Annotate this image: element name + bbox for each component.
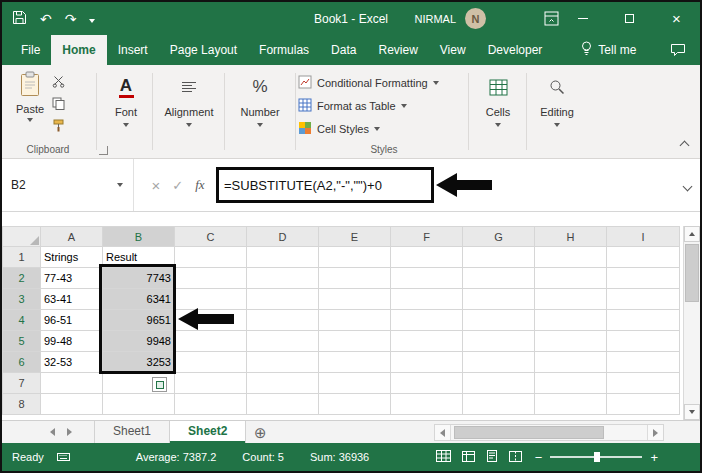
cell-E2[interactable]: [319, 268, 391, 289]
cell-E4[interactable]: [319, 310, 391, 331]
zoom-in-icon[interactable]: +: [650, 451, 658, 464]
name-box-dropdown-icon[interactable]: [117, 183, 123, 187]
row-header-3[interactable]: 3: [3, 289, 41, 310]
vertical-scroll-thumb[interactable]: [685, 244, 699, 302]
cell-A2[interactable]: 77-43: [41, 268, 103, 289]
cell-H2[interactable]: [535, 268, 607, 289]
cell-A3[interactable]: 63-41: [41, 289, 103, 310]
cell-I8[interactable]: [607, 394, 680, 415]
cell-D8[interactable]: [247, 394, 319, 415]
cell-H8[interactable]: [535, 394, 607, 415]
autofill-options-icon[interactable]: [152, 377, 167, 392]
ribbon-display-options-icon[interactable]: [544, 11, 559, 26]
save-icon[interactable]: [12, 10, 27, 28]
scroll-down-icon[interactable]: [684, 404, 700, 420]
status-average[interactable]: Average: 7387.2: [136, 451, 217, 463]
cell-styles-button[interactable]: Cell Styles: [298, 117, 470, 140]
formula-input[interactable]: =SUBSTITUTE(A2,"-","")+0: [219, 178, 382, 193]
cell-F6[interactable]: [391, 352, 463, 373]
cell-I6[interactable]: [607, 352, 680, 373]
cell-C8[interactable]: [175, 394, 247, 415]
cell-E7[interactable]: [319, 373, 391, 394]
cell-B3[interactable]: 6341: [103, 289, 175, 310]
cell-E5[interactable]: [319, 331, 391, 352]
cell-A7[interactable]: [41, 373, 103, 394]
column-header-D[interactable]: D: [247, 227, 319, 247]
row-header-5[interactable]: 5: [3, 331, 41, 352]
number-group-button[interactable]: % Number: [226, 73, 294, 151]
close-button[interactable]: ×: [653, 2, 700, 35]
format-painter-icon[interactable]: [52, 119, 65, 135]
cell-F2[interactable]: [391, 268, 463, 289]
cell-F5[interactable]: [391, 331, 463, 352]
expand-formula-bar-icon[interactable]: [684, 179, 691, 193]
cell-D1[interactable]: [247, 247, 319, 268]
scroll-up-icon[interactable]: [684, 226, 700, 242]
undo-icon[interactable]: ↶: [40, 12, 52, 26]
row-header-8[interactable]: 8: [3, 394, 41, 415]
name-box[interactable]: B2: [2, 159, 134, 211]
zoom-slider-thumb[interactable]: [594, 452, 600, 462]
cell-D2[interactable]: [247, 268, 319, 289]
column-header-F[interactable]: F: [391, 227, 463, 247]
alignment-group-button[interactable]: Alignment: [154, 73, 224, 151]
cell-E3[interactable]: [319, 289, 391, 310]
status-count[interactable]: Count: 5: [242, 451, 284, 463]
cell-C7[interactable]: [175, 373, 247, 394]
column-header-B[interactable]: B: [103, 227, 175, 247]
cell-D3[interactable]: [247, 289, 319, 310]
cell-E6[interactable]: [319, 352, 391, 373]
new-sheet-button[interactable]: ⊕: [254, 422, 267, 443]
cell-C1[interactable]: [175, 247, 247, 268]
row-header-1[interactable]: 1: [3, 247, 41, 268]
collapse-ribbon-icon[interactable]: [681, 138, 688, 152]
copy-icon[interactable]: [52, 97, 65, 113]
insert-function-icon[interactable]: fx: [195, 177, 204, 193]
user-name[interactable]: NIRMAL: [414, 13, 456, 25]
cell-H6[interactable]: [535, 352, 607, 373]
cell-A6[interactable]: 32-53: [41, 352, 103, 373]
cell-C5[interactable]: [175, 331, 247, 352]
cell-A1[interactable]: Strings: [41, 247, 103, 268]
cell-G5[interactable]: [463, 331, 535, 352]
sheet-tab-sheet1[interactable]: Sheet1: [94, 421, 170, 443]
cell-F3[interactable]: [391, 289, 463, 310]
cell-F4[interactable]: [391, 310, 463, 331]
cell-I5[interactable]: [607, 331, 680, 352]
cell-C6[interactable]: [175, 352, 247, 373]
font-group-button[interactable]: A Font: [100, 73, 152, 151]
cell-F8[interactable]: [391, 394, 463, 415]
comments-icon[interactable]: [670, 35, 686, 65]
cell-H5[interactable]: [535, 331, 607, 352]
tab-data[interactable]: Data: [320, 35, 367, 65]
column-header-G[interactable]: G: [463, 227, 535, 247]
cell-B2[interactable]: 7743: [103, 268, 175, 289]
next-sheet-icon[interactable]: [67, 428, 72, 436]
cut-icon[interactable]: [52, 75, 65, 91]
cell-D5[interactable]: [247, 331, 319, 352]
vertical-scrollbar[interactable]: [683, 226, 700, 420]
tab-developer[interactable]: Developer: [477, 35, 554, 65]
cell-I2[interactable]: [607, 268, 680, 289]
cell-H7[interactable]: [535, 373, 607, 394]
tab-review[interactable]: Review: [367, 35, 428, 65]
cell-G8[interactable]: [463, 394, 535, 415]
select-all-button[interactable]: [3, 227, 41, 247]
enter-icon[interactable]: ✓: [172, 178, 183, 193]
column-header-H[interactable]: H: [535, 227, 607, 247]
cell-F7[interactable]: [391, 373, 463, 394]
scroll-right-icon[interactable]: [647, 425, 663, 440]
cell-D6[interactable]: [247, 352, 319, 373]
cell-E8[interactable]: [319, 394, 391, 415]
cell-B6[interactable]: 3253: [103, 352, 175, 373]
conditional-formatting-button[interactable]: Conditional Formatting: [298, 71, 470, 94]
cell-G1[interactable]: [463, 247, 535, 268]
redo-icon[interactable]: ↷: [65, 12, 77, 26]
column-header-C[interactable]: C: [175, 227, 247, 247]
cell-B1[interactable]: Result: [103, 247, 175, 268]
tab-insert[interactable]: Insert: [107, 35, 159, 65]
tab-page-layout[interactable]: Page Layout: [159, 35, 248, 65]
tell-me-box[interactable]: Tell me: [581, 35, 636, 65]
cell-G7[interactable]: [463, 373, 535, 394]
cell-G6[interactable]: [463, 352, 535, 373]
